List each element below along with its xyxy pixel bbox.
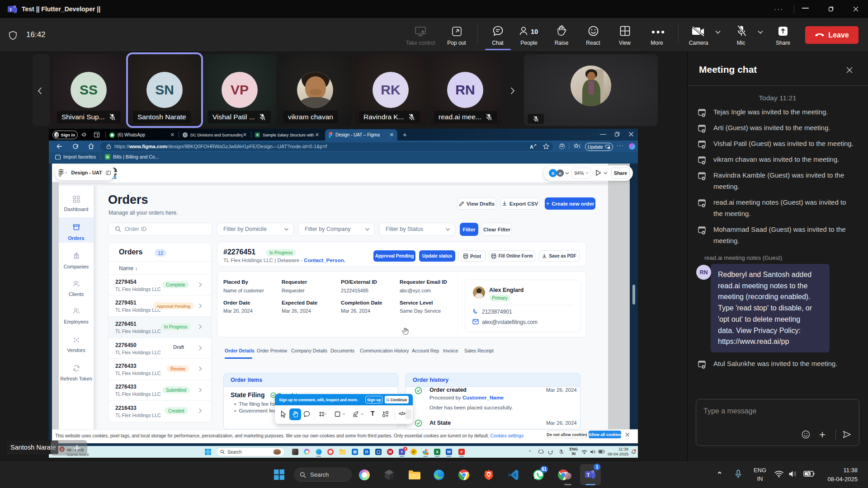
svg-text:T: T [9, 7, 12, 12]
svg-text:T: T [587, 473, 590, 478]
